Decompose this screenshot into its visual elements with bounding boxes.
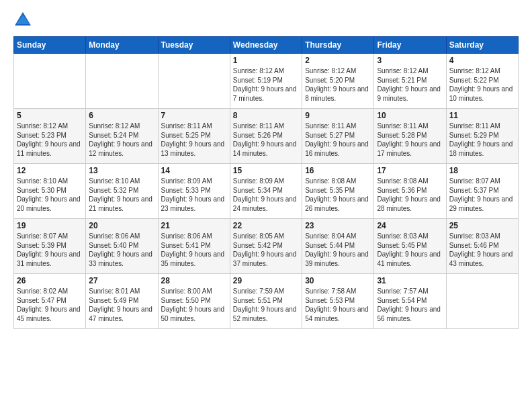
day-info: Sunrise: 8:10 AM Sunset: 5:30 PM Dayligh…: [17, 177, 83, 213]
day-header-sunday: Sunday: [14, 37, 86, 54]
week-row-1: 1Sunrise: 8:12 AM Sunset: 5:19 PM Daylig…: [14, 54, 519, 109]
day-header-thursday: Thursday: [302, 37, 374, 54]
logo: [13, 11, 35, 30]
day-number: 27: [89, 276, 154, 285]
calendar-cell: 30Sunrise: 7:58 AM Sunset: 5:53 PM Dayli…: [302, 274, 374, 329]
day-number: 4: [449, 56, 515, 65]
day-info: Sunrise: 8:12 AM Sunset: 5:22 PM Dayligh…: [449, 66, 515, 103]
day-info: Sunrise: 8:11 AM Sunset: 5:28 PM Dayligh…: [377, 122, 443, 158]
day-number: 19: [17, 221, 83, 230]
calendar-cell: 11Sunrise: 8:11 AM Sunset: 5:29 PM Dayli…: [446, 109, 518, 164]
day-number: 10: [377, 111, 443, 120]
day-info: Sunrise: 8:09 AM Sunset: 5:34 PM Dayligh…: [233, 177, 299, 213]
day-number: 28: [161, 276, 227, 285]
calendar-cell: 14Sunrise: 8:09 AM Sunset: 5:33 PM Dayli…: [158, 164, 230, 219]
day-info: Sunrise: 8:09 AM Sunset: 5:33 PM Dayligh…: [161, 177, 227, 213]
calendar-cell: 27Sunrise: 8:01 AM Sunset: 5:49 PM Dayli…: [86, 274, 158, 329]
day-info: Sunrise: 8:10 AM Sunset: 5:32 PM Dayligh…: [89, 177, 154, 213]
calendar-cell: [446, 274, 518, 329]
day-info: Sunrise: 8:11 AM Sunset: 5:29 PM Dayligh…: [449, 122, 515, 158]
week-row-3: 12Sunrise: 8:10 AM Sunset: 5:30 PM Dayli…: [14, 164, 519, 219]
calendar-cell: 20Sunrise: 8:06 AM Sunset: 5:40 PM Dayli…: [86, 219, 158, 274]
calendar-cell: 12Sunrise: 8:10 AM Sunset: 5:30 PM Dayli…: [14, 164, 86, 219]
day-info: Sunrise: 8:12 AM Sunset: 5:20 PM Dayligh…: [305, 66, 371, 103]
day-headers-row: SundayMondayTuesdayWednesdayThursdayFrid…: [14, 37, 519, 54]
calendar-cell: 8Sunrise: 8:11 AM Sunset: 5:26 PM Daylig…: [230, 109, 302, 164]
day-header-wednesday: Wednesday: [230, 37, 302, 54]
day-number: 30: [305, 276, 371, 285]
day-number: 21: [161, 221, 227, 230]
calendar-cell: 31Sunrise: 7:57 AM Sunset: 5:54 PM Dayli…: [374, 274, 446, 329]
day-header-saturday: Saturday: [446, 37, 518, 54]
day-info: Sunrise: 7:58 AM Sunset: 5:53 PM Dayligh…: [305, 287, 371, 323]
day-info: Sunrise: 7:57 AM Sunset: 5:54 PM Dayligh…: [377, 287, 443, 323]
day-number: 14: [161, 166, 227, 175]
calendar-cell: 13Sunrise: 8:10 AM Sunset: 5:32 PM Dayli…: [86, 164, 158, 219]
day-number: 22: [233, 221, 299, 230]
calendar-cell: [158, 54, 230, 109]
calendar-table: SundayMondayTuesdayWednesdayThursdayFrid…: [13, 36, 519, 329]
day-header-monday: Monday: [86, 37, 158, 54]
day-info: Sunrise: 8:00 AM Sunset: 5:50 PM Dayligh…: [161, 287, 227, 323]
day-info: Sunrise: 8:06 AM Sunset: 5:41 PM Dayligh…: [161, 232, 227, 268]
calendar-cell: 16Sunrise: 8:08 AM Sunset: 5:35 PM Dayli…: [302, 164, 374, 219]
calendar-header: SundayMondayTuesdayWednesdayThursdayFrid…: [14, 37, 519, 54]
day-number: 8: [233, 111, 299, 120]
day-number: 31: [377, 276, 443, 285]
day-info: Sunrise: 8:11 AM Sunset: 5:25 PM Dayligh…: [161, 122, 227, 158]
day-info: Sunrise: 8:04 AM Sunset: 5:44 PM Dayligh…: [305, 232, 371, 268]
day-info: Sunrise: 8:11 AM Sunset: 5:27 PM Dayligh…: [305, 122, 371, 158]
day-number: 20: [89, 221, 154, 230]
calendar-cell: 2Sunrise: 8:12 AM Sunset: 5:20 PM Daylig…: [302, 54, 374, 109]
day-info: Sunrise: 7:59 AM Sunset: 5:51 PM Dayligh…: [233, 287, 299, 323]
calendar-cell: 22Sunrise: 8:05 AM Sunset: 5:42 PM Dayli…: [230, 219, 302, 274]
day-info: Sunrise: 8:08 AM Sunset: 5:35 PM Dayligh…: [305, 177, 371, 213]
day-info: Sunrise: 8:12 AM Sunset: 5:24 PM Dayligh…: [89, 122, 154, 158]
day-info: Sunrise: 8:03 AM Sunset: 5:46 PM Dayligh…: [449, 232, 515, 268]
day-header-tuesday: Tuesday: [158, 37, 230, 54]
calendar-cell: 4Sunrise: 8:12 AM Sunset: 5:22 PM Daylig…: [446, 54, 518, 109]
calendar-cell: 3Sunrise: 8:12 AM Sunset: 5:21 PM Daylig…: [374, 54, 446, 109]
day-info: Sunrise: 8:01 AM Sunset: 5:49 PM Dayligh…: [89, 287, 154, 323]
week-row-4: 19Sunrise: 8:07 AM Sunset: 5:39 PM Dayli…: [14, 219, 519, 274]
calendar-cell: 10Sunrise: 8:11 AM Sunset: 5:28 PM Dayli…: [374, 109, 446, 164]
day-number: 13: [89, 166, 154, 175]
day-number: 29: [233, 276, 299, 285]
calendar-cell: 29Sunrise: 7:59 AM Sunset: 5:51 PM Dayli…: [230, 274, 302, 329]
day-header-friday: Friday: [374, 37, 446, 54]
calendar-cell: 21Sunrise: 8:06 AM Sunset: 5:41 PM Dayli…: [158, 219, 230, 274]
calendar-cell: 28Sunrise: 8:00 AM Sunset: 5:50 PM Dayli…: [158, 274, 230, 329]
day-number: 7: [161, 111, 227, 120]
calendar-cell: 24Sunrise: 8:03 AM Sunset: 5:45 PM Dayli…: [374, 219, 446, 274]
day-number: 18: [449, 166, 515, 175]
calendar-cell: 15Sunrise: 8:09 AM Sunset: 5:34 PM Dayli…: [230, 164, 302, 219]
day-number: 1: [233, 56, 299, 65]
calendar-cell: 18Sunrise: 8:07 AM Sunset: 5:37 PM Dayli…: [446, 164, 518, 219]
day-number: 25: [449, 221, 515, 230]
day-number: 16: [305, 166, 371, 175]
day-info: Sunrise: 8:12 AM Sunset: 5:19 PM Dayligh…: [233, 66, 299, 103]
day-number: 9: [305, 111, 371, 120]
header: [13, 11, 519, 30]
week-row-5: 26Sunrise: 8:02 AM Sunset: 5:47 PM Dayli…: [14, 274, 519, 329]
logo-icon: [13, 11, 32, 30]
day-number: 15: [233, 166, 299, 175]
page: SundayMondayTuesdayWednesdayThursdayFrid…: [0, 0, 532, 411]
week-row-2: 5Sunrise: 8:12 AM Sunset: 5:23 PM Daylig…: [14, 109, 519, 164]
calendar-cell: 1Sunrise: 8:12 AM Sunset: 5:19 PM Daylig…: [230, 54, 302, 109]
day-number: 5: [17, 111, 83, 120]
day-number: 12: [17, 166, 83, 175]
calendar-cell: 25Sunrise: 8:03 AM Sunset: 5:46 PM Dayli…: [446, 219, 518, 274]
day-info: Sunrise: 8:12 AM Sunset: 5:21 PM Dayligh…: [377, 66, 443, 103]
day-number: 17: [377, 166, 443, 175]
day-info: Sunrise: 8:08 AM Sunset: 5:36 PM Dayligh…: [377, 177, 443, 213]
calendar-cell: 26Sunrise: 8:02 AM Sunset: 5:47 PM Dayli…: [14, 274, 86, 329]
calendar-cell: [14, 54, 86, 109]
svg-marker-1: [16, 15, 30, 24]
day-info: Sunrise: 8:02 AM Sunset: 5:47 PM Dayligh…: [17, 287, 83, 323]
day-number: 24: [377, 221, 443, 230]
day-number: 2: [305, 56, 371, 65]
day-number: 6: [89, 111, 154, 120]
calendar-cell: 5Sunrise: 8:12 AM Sunset: 5:23 PM Daylig…: [14, 109, 86, 164]
calendar-cell: 9Sunrise: 8:11 AM Sunset: 5:27 PM Daylig…: [302, 109, 374, 164]
